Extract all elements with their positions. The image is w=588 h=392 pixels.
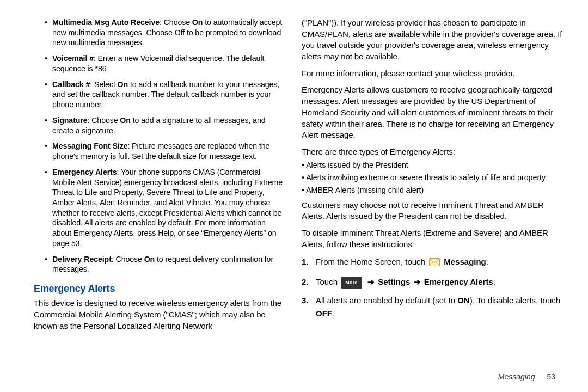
- step-2: Touch More ➔ Settings ➔ Emergency Alerts…: [302, 275, 564, 289]
- arrow-icon: ➔: [367, 277, 375, 286]
- para-three-types: There are three types of Emergency Alert…: [302, 146, 564, 158]
- footer-section: Messaging: [498, 372, 535, 381]
- bullet-emergency-alerts: Emergency Alerts: Your phone supports CM…: [52, 167, 283, 249]
- bullet-label: Multimedia Msg Auto Receive: [52, 18, 160, 27]
- messaging-icon: [429, 257, 440, 270]
- step-1-messaging: Messaging: [444, 257, 486, 266]
- two-column-layout: Multimedia Msg Auto Receive: Choose On t…: [34, 17, 564, 337]
- para-plan: ("PLAN")). If your wireless provider has…: [302, 17, 564, 63]
- step-3-c: .: [332, 309, 334, 318]
- bullet-bold: On: [120, 116, 131, 125]
- alert-type-president: • Alerts issued by the President: [302, 160, 564, 170]
- arrow-icon: ➔: [414, 277, 421, 286]
- section-intro-para: This device is designed to receive wirel…: [34, 298, 283, 332]
- bullet-mms-auto: Multimedia Msg Auto Receive: Choose On t…: [52, 17, 283, 48]
- step-3-off: OFF: [316, 309, 332, 318]
- step-1: From the Home Screen, touch Messaging.: [302, 255, 564, 270]
- bullet-label: Callback #: [52, 80, 90, 89]
- step-3: All alerts are enabled by default (set t…: [302, 294, 564, 320]
- bullet-voicemail: Voicemail #: Enter a new Voicemail dial …: [52, 53, 283, 74]
- step-3-a: All alerts are enabled by default (set t…: [316, 296, 457, 305]
- bullet-label: Emergency Alerts: [52, 168, 117, 176]
- steps-list: From the Home Screen, touch Messaging. T…: [302, 255, 564, 320]
- para-desc: Emergency Alerts allows customers to rec…: [302, 84, 564, 140]
- right-column: ("PLAN")). If your wireless provider has…: [302, 17, 564, 337]
- bullet-bold: On: [192, 18, 203, 27]
- step-2-period: .: [493, 277, 495, 286]
- step-3-on: ON: [457, 296, 470, 305]
- svg-rect-0: [430, 259, 440, 266]
- para-opt-out: Customers may choose not to receive Immi…: [302, 200, 564, 222]
- step-2-ea: Emergency Alerts: [424, 277, 493, 286]
- bullet-label: Messaging Font Size: [52, 142, 127, 150]
- step-1-pre: From the Home Screen, touch: [316, 257, 427, 266]
- footer-page-number: 53: [547, 372, 555, 381]
- bullet-text: : Your phone supports CMAS (Commercial M…: [52, 168, 283, 248]
- alert-type-safety: • Alerts involving extreme or severe thr…: [302, 173, 564, 183]
- manual-page: Multimedia Msg Auto Receive: Choose On t…: [0, 0, 588, 392]
- para-more-info: For more information, please contact you…: [302, 68, 564, 79]
- bullet-label: Delivery Receipt: [52, 255, 112, 264]
- bullet-text: : Select: [90, 80, 117, 89]
- more-button-icon: More: [341, 277, 362, 288]
- bullet-bold: On: [144, 255, 155, 264]
- step-1-period: .: [486, 257, 488, 266]
- step-3-b: ). To disable alerts, touch: [470, 296, 560, 305]
- alert-type-amber: • AMBER Alerts (missing child alert): [302, 185, 564, 195]
- setting-bullets: Multimedia Msg Auto Receive: Choose On t…: [34, 17, 283, 274]
- bullet-callback: Callback #: Select On to add a callback …: [52, 79, 283, 110]
- bullet-label: Signature: [52, 116, 88, 125]
- bullet-text: : Choose: [112, 255, 144, 264]
- step-2-settings: Settings: [378, 277, 410, 286]
- bullet-label: Voicemail #: [52, 54, 94, 63]
- bullet-bold: On: [118, 80, 128, 89]
- alert-type-list: • Alerts issued by the President • Alert…: [302, 160, 564, 195]
- bullet-text: : Choose: [88, 116, 120, 125]
- bullet-signature: Signature: Choose On to add a signature …: [52, 115, 283, 136]
- bullet-text: : Choose: [160, 18, 192, 27]
- step-2-touch: Touch: [316, 277, 340, 286]
- section-heading-emergency-alerts: Emergency Alerts: [34, 283, 283, 295]
- bullet-delivery-receipt: Delivery Receipt: Choose On to request d…: [52, 254, 283, 274]
- left-column: Multimedia Msg Auto Receive: Choose On t…: [34, 17, 283, 337]
- para-instructions: To disable Imminent Threat Alerts (Extre…: [302, 228, 564, 250]
- bullet-font-size: Messaging Font Size: Picture messages ar…: [52, 141, 283, 161]
- page-footer: Messaging 53: [498, 372, 555, 381]
